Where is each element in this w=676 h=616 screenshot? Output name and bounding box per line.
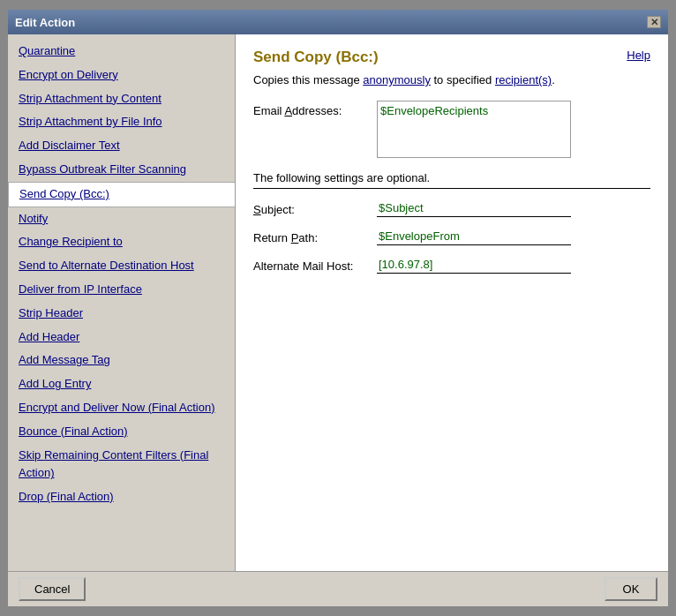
subject-label: Subject: <box>253 199 377 216</box>
subject-input[interactable] <box>377 199 571 217</box>
return-path-label: Return Path: <box>253 228 377 244</box>
return-path-row: Return Path: <box>253 228 650 245</box>
return-path-input-container <box>377 228 650 245</box>
email-addresses-input[interactable]: $EnvelopeRecipients <box>377 101 571 158</box>
description-text: Copies this message anonymously to speci… <box>253 73 555 86</box>
sidebar-item-change-recipient[interactable]: Change Recipient to <box>8 230 235 254</box>
content-header: Send Copy (Bcc:) Help <box>253 49 650 66</box>
sidebar: Quarantine Encrypt on Delivery Strip Att… <box>8 34 236 571</box>
sidebar-item-encrypt-deliver-now[interactable]: Encrypt and Deliver Now (Final Action) <box>8 396 235 420</box>
alt-mail-host-input[interactable] <box>377 256 571 274</box>
title-bar: Edit Action ✕ <box>8 10 668 34</box>
description-highlight1: anonymously <box>363 73 431 86</box>
dialog-title: Edit Action <box>15 16 75 29</box>
sidebar-item-bypass-outbreak[interactable]: Bypass Outbreak Filter Scanning <box>8 158 235 182</box>
sidebar-item-skip-remaining[interactable]: Skip Remaining Content Filters (Final Ac… <box>8 444 235 486</box>
sidebar-item-encrypt-on-delivery[interactable]: Encrypt on Delivery <box>8 64 235 87</box>
optional-settings-text: The following settings are optional. <box>253 171 650 189</box>
sidebar-item-add-message-tag[interactable]: Add Message Tag <box>8 349 235 372</box>
subject-row: Subject: <box>253 199 650 217</box>
close-button[interactable]: ✕ <box>647 16 661 28</box>
subject-input-container <box>377 199 650 217</box>
dialog-footer: Cancel OK <box>8 571 668 606</box>
sidebar-item-add-disclaimer-text[interactable]: Add Disclaimer Text <box>8 134 235 158</box>
return-path-underline: P <box>291 231 299 244</box>
sidebar-item-deliver-from-ip[interactable]: Deliver from IP Interface <box>8 278 235 302</box>
email-addresses-row: Email Addresses: $EnvelopeRecipients <box>253 101 650 161</box>
edit-action-dialog: Edit Action ✕ Quarantine Encrypt on Deli… <box>6 8 670 608</box>
sidebar-item-add-log-entry[interactable]: Add Log Entry <box>8 372 235 396</box>
sidebar-item-quarantine[interactable]: Quarantine <box>8 40 235 64</box>
email-addresses-label: Email Addresses: <box>253 101 377 117</box>
content-description: Copies this message anonymously to speci… <box>253 73 650 86</box>
ok-button[interactable]: OK <box>605 577 657 601</box>
alt-mail-host-row: Alternate Mail Host: <box>253 256 650 274</box>
sidebar-item-strip-attachment-by-file-info[interactable]: Strip Attachment by File Info <box>8 110 235 134</box>
cancel-button[interactable]: Cancel <box>19 577 86 601</box>
email-input-container: $EnvelopeRecipients <box>377 101 650 161</box>
alt-mail-host-input-container <box>377 256 650 274</box>
sidebar-item-notify[interactable]: Notify <box>8 207 235 231</box>
sidebar-item-bounce[interactable]: Bounce (Final Action) <box>8 420 235 444</box>
description-highlight2: recipient(s) <box>495 73 552 86</box>
sidebar-item-add-header[interactable]: Add Header <box>8 326 235 349</box>
sidebar-item-strip-header[interactable]: Strip Header <box>8 302 235 326</box>
alt-mail-host-label: Alternate Mail Host: <box>253 256 377 273</box>
sidebar-item-strip-attachment-by-content[interactable]: Strip Attachment by Content <box>8 87 235 111</box>
return-path-input[interactable] <box>377 228 571 245</box>
sidebar-item-send-alternate-dest[interactable]: Send to Alternate Destination Host <box>8 254 235 278</box>
content-panel: Send Copy (Bcc:) Help Copies this messag… <box>236 34 668 571</box>
sidebar-item-send-copy-bcc[interactable]: Send Copy (Bcc:) <box>8 182 236 207</box>
sidebar-item-drop[interactable]: Drop (Final Action) <box>8 485 235 509</box>
subject-label-underline: S <box>253 203 261 216</box>
content-title: Send Copy (Bcc:) <box>253 49 379 66</box>
help-link[interactable]: Help <box>627 49 650 62</box>
dialog-body: Quarantine Encrypt on Delivery Strip Att… <box>8 34 668 571</box>
email-label-underline: A <box>284 104 292 117</box>
